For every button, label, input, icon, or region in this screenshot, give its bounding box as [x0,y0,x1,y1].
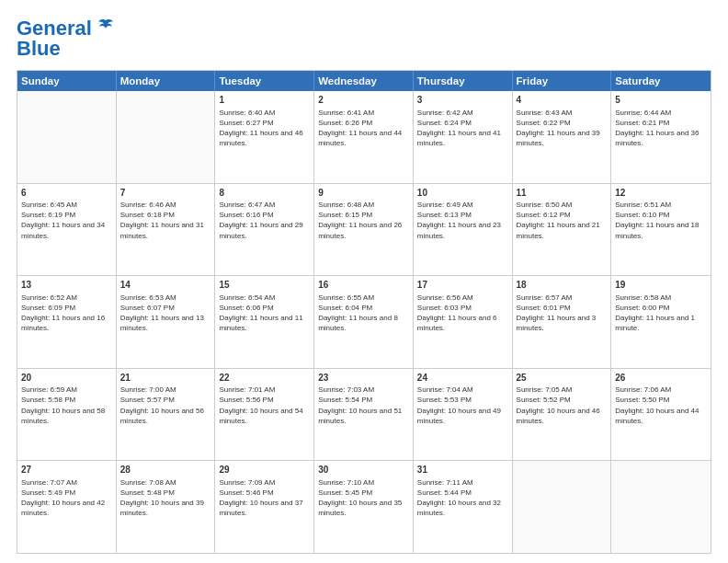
day-header-monday: Monday [117,71,216,91]
sun-info: Sunrise: 7:01 AMSunset: 5:56 PMDaylight:… [219,385,310,426]
logo-blue: Blue [17,37,61,61]
sun-info: Sunrise: 7:04 AMSunset: 5:53 PMDaylight:… [417,385,508,426]
calendar-cell: 31Sunrise: 7:11 AMSunset: 5:44 PMDayligh… [414,461,513,553]
calendar-cell: 6Sunrise: 6:45 AMSunset: 6:19 PMDaylight… [17,184,117,276]
sun-info: Sunrise: 7:03 AMSunset: 5:54 PMDaylight:… [318,385,409,426]
sun-info: Sunrise: 6:41 AMSunset: 6:26 PMDaylight:… [318,108,409,149]
calendar-cell: 5Sunrise: 6:44 AMSunset: 6:21 PMDaylight… [611,91,711,183]
day-header-saturday: Saturday [611,71,711,91]
calendar-cell [513,461,612,553]
day-number: 17 [417,279,508,292]
calendar-cell: 17Sunrise: 6:56 AMSunset: 6:03 PMDayligh… [414,276,513,368]
day-number: 8 [219,187,310,200]
sun-info: Sunrise: 6:46 AMSunset: 6:18 PMDaylight:… [120,200,211,241]
day-number: 11 [517,187,608,200]
day-number: 16 [318,279,409,292]
sun-info: Sunrise: 7:06 AMSunset: 5:50 PMDaylight:… [615,385,707,426]
calendar-week-5: 27Sunrise: 7:07 AMSunset: 5:49 PMDayligh… [17,461,711,553]
sun-info: Sunrise: 6:59 AMSunset: 5:58 PMDaylight:… [21,385,112,426]
calendar-cell: 13Sunrise: 6:52 AMSunset: 6:09 PMDayligh… [17,276,117,368]
calendar-cell: 10Sunrise: 6:49 AMSunset: 6:13 PMDayligh… [414,184,513,276]
day-header-tuesday: Tuesday [215,71,314,91]
calendar-cell: 4Sunrise: 6:43 AMSunset: 6:22 PMDaylight… [513,91,612,183]
day-number: 12 [615,187,707,200]
sun-info: Sunrise: 6:51 AMSunset: 6:10 PMDaylight:… [615,200,707,241]
day-number: 20 [21,372,112,385]
sun-info: Sunrise: 6:47 AMSunset: 6:16 PMDaylight:… [219,200,310,241]
page: General Blue SundayMondayTuesdayWednesda… [0,0,728,563]
calendar-cell [611,461,711,553]
calendar-cell: 9Sunrise: 6:48 AMSunset: 6:15 PMDaylight… [314,184,414,276]
calendar-cell: 12Sunrise: 6:51 AMSunset: 6:10 PMDayligh… [611,184,711,276]
logo-bird-icon [96,17,116,37]
calendar-cell: 23Sunrise: 7:03 AMSunset: 5:54 PMDayligh… [314,369,414,461]
calendar-cell: 2Sunrise: 6:41 AMSunset: 6:26 PMDaylight… [314,91,414,183]
day-number: 25 [517,372,608,385]
sun-info: Sunrise: 7:08 AMSunset: 5:48 PMDaylight:… [120,477,211,519]
sun-info: Sunrise: 6:44 AMSunset: 6:21 PMDaylight:… [615,108,707,149]
calendar-week-2: 6Sunrise: 6:45 AMSunset: 6:19 PMDaylight… [17,184,711,277]
sun-info: Sunrise: 7:09 AMSunset: 5:46 PMDaylight:… [219,477,310,519]
day-header-thursday: Thursday [414,71,513,91]
day-number: 10 [417,187,508,200]
day-number: 1 [219,94,310,107]
sun-info: Sunrise: 7:11 AMSunset: 5:44 PMDaylight:… [417,477,508,519]
sun-info: Sunrise: 6:54 AMSunset: 6:06 PMDaylight:… [219,293,310,334]
day-number: 31 [417,464,508,477]
header: General Blue [17,17,711,61]
calendar-cell: 24Sunrise: 7:04 AMSunset: 5:53 PMDayligh… [414,369,513,461]
calendar-cell: 28Sunrise: 7:08 AMSunset: 5:48 PMDayligh… [117,461,216,553]
calendar-cell: 16Sunrise: 6:55 AMSunset: 6:04 PMDayligh… [314,276,414,368]
day-number: 7 [120,187,211,200]
day-number: 9 [318,187,409,200]
sun-info: Sunrise: 6:58 AMSunset: 6:00 PMDaylight:… [615,293,707,334]
calendar-cell: 29Sunrise: 7:09 AMSunset: 5:46 PMDayligh… [215,461,314,553]
calendar-cell: 14Sunrise: 6:53 AMSunset: 6:07 PMDayligh… [117,276,216,368]
calendar-cell: 25Sunrise: 7:05 AMSunset: 5:52 PMDayligh… [513,369,612,461]
calendar: SundayMondayTuesdayWednesdayThursdayFrid… [17,70,711,554]
sun-info: Sunrise: 6:56 AMSunset: 6:03 PMDaylight:… [417,293,508,334]
calendar-header: SundayMondayTuesdayWednesdayThursdayFrid… [17,71,711,91]
day-number: 13 [21,279,112,292]
calendar-week-4: 20Sunrise: 6:59 AMSunset: 5:58 PMDayligh… [17,369,711,462]
day-number: 22 [219,372,310,385]
calendar-week-1: 1Sunrise: 6:40 AMSunset: 6:27 PMDaylight… [17,91,711,184]
sun-info: Sunrise: 6:45 AMSunset: 6:19 PMDaylight:… [21,200,112,241]
calendar-cell: 19Sunrise: 6:58 AMSunset: 6:00 PMDayligh… [611,276,711,368]
logo: General Blue [17,17,116,61]
calendar-cell: 8Sunrise: 6:47 AMSunset: 6:16 PMDaylight… [215,184,314,276]
sun-info: Sunrise: 6:55 AMSunset: 6:04 PMDaylight:… [318,293,409,334]
day-number: 19 [615,279,707,292]
day-number: 28 [120,464,211,477]
day-number: 2 [318,94,409,107]
sun-info: Sunrise: 6:57 AMSunset: 6:01 PMDaylight:… [517,293,608,334]
day-number: 4 [517,94,608,107]
day-number: 14 [120,279,211,292]
day-number: 6 [21,187,112,200]
calendar-cell: 26Sunrise: 7:06 AMSunset: 5:50 PMDayligh… [611,369,711,461]
day-number: 23 [318,372,409,385]
day-number: 21 [120,372,211,385]
day-number: 26 [615,372,707,385]
calendar-cell: 11Sunrise: 6:50 AMSunset: 6:12 PMDayligh… [513,184,612,276]
calendar-cell: 20Sunrise: 6:59 AMSunset: 5:58 PMDayligh… [17,369,117,461]
sun-info: Sunrise: 7:07 AMSunset: 5:49 PMDaylight:… [21,477,112,519]
calendar-cell: 21Sunrise: 7:00 AMSunset: 5:57 PMDayligh… [117,369,216,461]
sun-info: Sunrise: 7:05 AMSunset: 5:52 PMDaylight:… [517,385,608,426]
calendar-cell: 1Sunrise: 6:40 AMSunset: 6:27 PMDaylight… [215,91,314,183]
calendar-cell: 7Sunrise: 6:46 AMSunset: 6:18 PMDaylight… [117,184,216,276]
calendar-cell: 15Sunrise: 6:54 AMSunset: 6:06 PMDayligh… [215,276,314,368]
calendar-cell [17,91,117,183]
day-number: 15 [219,279,310,292]
calendar-cell: 30Sunrise: 7:10 AMSunset: 5:45 PMDayligh… [314,461,414,553]
day-number: 27 [21,464,112,477]
day-header-sunday: Sunday [17,71,117,91]
calendar-cell: 3Sunrise: 6:42 AMSunset: 6:24 PMDaylight… [414,91,513,183]
sun-info: Sunrise: 6:42 AMSunset: 6:24 PMDaylight:… [417,108,508,149]
sun-info: Sunrise: 6:52 AMSunset: 6:09 PMDaylight:… [21,293,112,334]
sun-info: Sunrise: 7:00 AMSunset: 5:57 PMDaylight:… [120,385,211,426]
sun-info: Sunrise: 6:40 AMSunset: 6:27 PMDaylight:… [219,108,310,149]
calendar-cell: 27Sunrise: 7:07 AMSunset: 5:49 PMDayligh… [17,461,117,553]
day-header-friday: Friday [513,71,612,91]
sun-info: Sunrise: 6:53 AMSunset: 6:07 PMDaylight:… [120,293,211,334]
